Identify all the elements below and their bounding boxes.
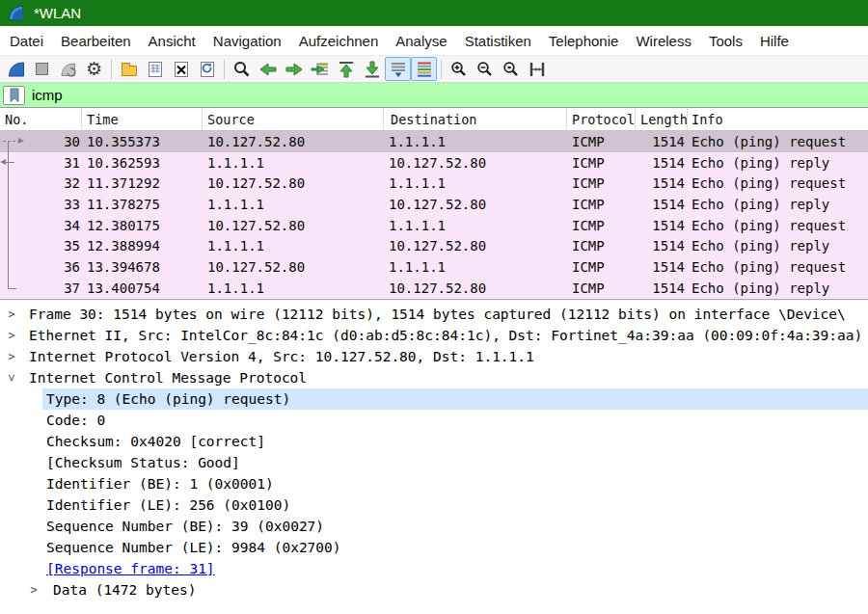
zoom-reset-button[interactable] [498,57,524,81]
menu-tools[interactable]: Tools [700,26,751,55]
cell-protocol: ICMP [567,197,636,212]
last-packet-button[interactable] [359,57,385,81]
close-x-icon [172,60,191,79]
green-down-arrow-icon [363,60,382,79]
detail-field-identifier-le[interactable]: Identifier (LE): 256 (0x0100) [0,494,868,516]
window-title: *WLAN [34,5,81,21]
column-header-time[interactable]: Time [82,108,203,130]
close-file-button[interactable] [168,57,194,81]
toolbar-separator [441,60,442,79]
chevron-collapsed-icon[interactable]: > [6,325,17,346]
packet-row-32[interactable]: 32 11.371292 10.127.52.80 1.1.1.1 ICMP 1… [0,173,868,194]
zoom-in-button[interactable] [446,57,472,81]
cell-protocol: ICMP [567,155,636,171]
cell-source: 1.1.1.1 [203,280,384,296]
column-header-destination[interactable]: Destination [384,108,567,130]
detail-field-checksum-status[interactable]: [Checksum Status: Good] [0,452,868,473]
go-to-packet-button[interactable] [307,57,333,81]
cell-info: Echo (ping) request [688,259,868,275]
cell-info: Echo (ping) request [688,218,868,233]
capture-options-button[interactable]: ⚙ [81,57,107,81]
magnifier-icon [232,60,252,79]
column-header-source[interactable]: Source [203,108,384,130]
cell-destination: 1.1.1.1 [384,218,567,233]
detail-field-code[interactable]: Code: 0 [0,410,868,431]
cell-source: 10.127.52.80 [203,259,384,275]
save-file-button[interactable] [142,57,168,81]
packet-row-34[interactable]: 34 12.380175 10.127.52.80 1.1.1.1 ICMP 1… [0,215,868,236]
reload-arrow-icon [198,60,217,79]
menu-hilfe[interactable]: Hilfe [751,26,798,55]
packet-row-36[interactable]: 36 13.394678 10.127.52.80 1.1.1.1 ICMP 1… [0,256,868,278]
wireshark-fin-icon [7,4,25,22]
save-grid-icon [146,60,165,79]
packet-row-30[interactable]: 30 10.355373 10.127.52.80 1.1.1.1 ICMP 1… [0,131,868,152]
restart-capture-button[interactable] [55,57,81,81]
reload-file-button[interactable] [194,57,220,81]
open-file-button[interactable] [116,57,142,81]
zoom-out-button[interactable] [472,57,498,81]
column-header-info[interactable]: Info [688,108,868,130]
start-capture-button[interactable] [3,57,29,81]
cell-info: Echo (ping) request [688,175,868,191]
detail-field-seq-le[interactable]: Sequence Number (LE): 9984 (0x2700) [0,537,868,558]
cell-destination: 10.127.52.80 [384,280,567,296]
cell-source: 10.127.52.80 [203,134,384,149]
packet-row-35[interactable]: 35 12.388994 1.1.1.1 10.127.52.80 ICMP 1… [0,235,868,256]
column-header-no[interactable]: No. [0,108,82,130]
menu-telephonie[interactable]: Telephonie [540,26,628,55]
colorize-lines-icon [415,60,434,79]
packet-row-31[interactable]: 31 10.362593 1.1.1.1 10.127.52.80 ICMP 1… [0,152,868,174]
chevron-collapsed-icon[interactable]: > [28,579,40,601]
packet-row-33[interactable]: 33 11.378275 1.1.1.1 10.127.52.80 ICMP 1… [0,194,868,215]
menu-analyse[interactable]: Analyse [387,26,455,55]
menu-aufzeichnen[interactable]: Aufzeichnen [290,26,388,55]
display-filter-input[interactable] [25,85,865,106]
chevron-collapsed-icon[interactable]: > [6,304,17,325]
detail-field-type[interactable]: Type: 8 (Echo (ping) request) [0,388,868,410]
green-right-arrow-icon [285,60,304,79]
detail-response-frame-link[interactable]: [Response frame: 31] [0,558,868,579]
packet-list-header: No. Time Source Destination Protocol Len… [0,108,868,131]
cell-source: 1.1.1.1 [203,197,384,212]
cell-protocol: ICMP [567,238,636,254]
filter-bookmark-button[interactable] [3,86,25,105]
cell-destination: 1.1.1.1 [384,259,567,275]
packet-list-pane: 30 10.355373 10.127.52.80 1.1.1.1 ICMP 1… [0,131,868,299]
green-up-arrow-icon [337,60,356,79]
resize-columns-button[interactable] [524,57,550,81]
chevron-expanded-icon[interactable]: > [1,372,22,384]
menu-datei[interactable]: Datei [1,26,52,55]
cell-time: 13.394678 [82,259,203,275]
detail-line-ipv4[interactable]: > Internet Protocol Version 4, Src: 10.1… [0,346,868,367]
detail-line-data[interactable]: > Data (1472 bytes) [0,579,868,601]
next-packet-button[interactable] [281,57,307,81]
column-header-length[interactable]: Length [636,108,688,130]
auto-scroll-toggle[interactable] [385,57,411,81]
menu-ansicht[interactable]: Ansicht [140,26,204,55]
stop-capture-button[interactable] [29,57,55,81]
cell-destination: 1.1.1.1 [384,134,567,149]
detail-line-ethernet[interactable]: > Ethernet II, Src: IntelCor_8c:84:1c (d… [0,325,868,346]
menu-wireless[interactable]: Wireless [627,26,700,55]
detail-line-icmp[interactable]: > Internet Control Message Protocol [0,367,868,388]
menu-statistiken[interactable]: Statistiken [456,26,540,55]
column-header-protocol[interactable]: Protocol [567,108,636,130]
cell-protocol: ICMP [567,280,636,296]
previous-packet-button[interactable] [255,57,281,81]
toolbar-separator [111,60,112,79]
detail-field-checksum[interactable]: Checksum: 0x4020 [correct] [0,431,868,452]
find-packet-button[interactable] [229,57,255,81]
colorize-toggle[interactable] [411,57,437,81]
chevron-collapsed-icon[interactable]: > [6,346,17,367]
conversation-indicator-end [0,278,27,299]
menu-navigation[interactable]: Navigation [204,26,290,55]
detail-line-frame[interactable]: > Frame 30: 1514 bytes on wire (12112 bi… [0,304,868,325]
detail-field-seq-be[interactable]: Sequence Number (BE): 39 (0x0027) [0,516,868,537]
first-packet-button[interactable] [333,57,359,81]
detail-field-identifier-be[interactable]: Identifier (BE): 1 (0x0001) [0,473,868,494]
packet-row-37[interactable]: 37 13.400754 1.1.1.1 10.127.52.80 ICMP 1… [0,278,868,299]
conversation-indicator-line [0,215,27,236]
menu-bearbeiten[interactable]: Bearbeiten [52,26,140,55]
menu-bar: Datei Bearbeiten Ansicht Navigation Aufz… [0,26,868,55]
